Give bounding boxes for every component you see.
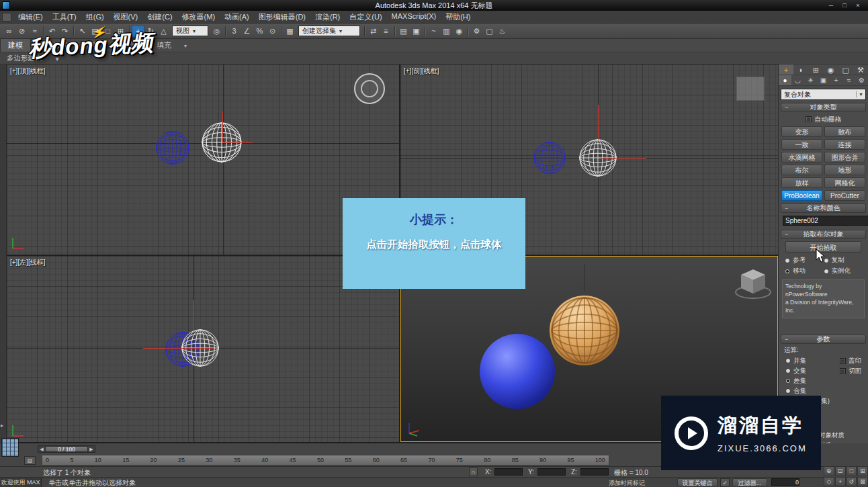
schematic-view-icon[interactable]: ▥ [440, 25, 453, 38]
viewport-front-label[interactable]: [+][前][线框] [404, 67, 439, 76]
sphere-top-ring[interactable] [353, 72, 386, 105]
blue-wireframe-sphere[interactable] [155, 130, 190, 165]
menu-item[interactable]: MAXScript(X) [387, 12, 441, 22]
rectangular-selection-region-icon[interactable]: □ [101, 25, 114, 38]
blue-shaded-sphere[interactable] [480, 334, 555, 409]
zoom-all-icon[interactable]: ⊡ [835, 466, 846, 476]
object-name-field[interactable] [783, 216, 868, 226]
window-mini-icon[interactable]: ▤ [24, 456, 36, 465]
x-coordinate-field[interactable] [494, 468, 523, 476]
menu-item[interactable]: 编辑(E) [13, 12, 48, 22]
select-and-scale-icon[interactable]: △ [157, 25, 170, 38]
helpers-category-icon[interactable]: + [830, 75, 842, 85]
render-setup-icon[interactable]: ⚙ [470, 25, 483, 38]
merge-radio[interactable] [785, 388, 791, 394]
select-object-icon[interactable]: ↖ [76, 25, 89, 38]
object-type-button[interactable]: ProCutter [824, 190, 865, 201]
select-and-move-icon[interactable]: + [132, 25, 144, 38]
cookie-checkbox[interactable] [840, 368, 846, 374]
motion-tab-icon[interactable]: ◉ [824, 64, 838, 75]
menu-item[interactable]: 组(G) [81, 12, 109, 22]
close-icon[interactable]: × [852, 1, 864, 9]
object-type-button[interactable]: 布尔 [781, 165, 822, 175]
parameters-rollout-header[interactable]: − 参数 [781, 335, 866, 344]
object-type-button[interactable]: 图形合并 [824, 152, 865, 163]
curve-editor-icon[interactable]: ~ [427, 25, 440, 38]
menu-item[interactable]: 创建(C) [142, 12, 177, 22]
object-type-button[interactable]: 一致 [781, 139, 822, 150]
minimize-icon[interactable]: ─ [825, 1, 837, 9]
key-filters-button[interactable]: 过滤器... [732, 478, 767, 487]
ribbon-tab-selection[interactable]: 选择 [75, 39, 105, 52]
instance-radio[interactable] [824, 269, 829, 274]
grid-toggle-icon[interactable] [1, 438, 19, 457]
object-type-rollout-header[interactable]: − 对象类型 [781, 103, 866, 112]
geometry-category-icon[interactable]: ● [779, 75, 791, 85]
object-type-button[interactable]: ProBoolean [781, 190, 822, 201]
object-type-button[interactable]: 变形 [781, 126, 822, 137]
systems-category-icon[interactable]: ⚙ [855, 75, 868, 85]
copy-radio[interactable] [824, 258, 829, 263]
z-coordinate-field[interactable] [580, 468, 609, 476]
lights-category-icon[interactable]: ☀ [804, 75, 817, 85]
command-panel-tabs[interactable]: +◗⊞◉▢⚒ [779, 64, 868, 75]
orbit-icon[interactable]: ↺ [847, 477, 857, 487]
ribbon-tab-freeform[interactable]: 自由形式 [31, 39, 75, 52]
intersection-radio[interactable] [785, 368, 791, 373]
autogrid-checkbox[interactable] [806, 116, 812, 122]
manage-layers-icon[interactable]: ▤ [397, 25, 410, 38]
shapes-category-icon[interactable]: ◡ [791, 75, 804, 85]
cameras-category-icon[interactable]: ▣ [817, 75, 830, 85]
render-production-icon[interactable]: ♨ [496, 25, 509, 38]
ribbon-tab-object-paint[interactable]: 对象绘制 [105, 39, 149, 52]
3ds-max-logo-icon[interactable] [2, 1, 10, 9]
viewport-navigation-controls[interactable]: ⊕⊡□⊞◇+↺⊠ [824, 466, 868, 486]
named-selection-sets-dropdown[interactable]: 创建选择集 ▾ [298, 26, 360, 36]
next-frame-icon[interactable]: ▶ [88, 447, 95, 452]
maximize-viewport-toggle-icon[interactable]: ⊠ [857, 477, 868, 487]
angle-snap-toggle-icon[interactable]: ∠ [241, 25, 253, 38]
time-slider[interactable]: ◀ 0 / 100 ▶ [38, 445, 95, 453]
mirror-icon[interactable]: ⇄ [367, 25, 380, 38]
start-picking-button[interactable]: 开始拾取 [785, 241, 861, 253]
ribbon-tab-populate[interactable]: 填充 [149, 39, 179, 52]
edit-named-selection-sets-icon[interactable]: ▦ [284, 25, 296, 38]
menu-item[interactable]: 图形编辑器(D) [254, 12, 310, 22]
reference-coordinate-dropdown[interactable]: 视图 ▾ [172, 26, 208, 36]
use-pivot-point-center-icon[interactable]: ◎ [210, 25, 223, 38]
subtraction-radio[interactable] [785, 378, 791, 384]
create-categories[interactable]: ●◡☀▣+≈⚙ [779, 75, 868, 86]
bind-to-space-warp-icon[interactable]: ≈ [28, 25, 41, 38]
align-icon[interactable]: ≡ [380, 25, 392, 38]
object-type-button[interactable]: 放样 [781, 177, 822, 188]
modify-tab-icon[interactable]: ◗ [793, 64, 808, 75]
redo-icon[interactable]: ↷ [58, 25, 71, 38]
time-slider-handle[interactable]: 0 / 100 [45, 446, 88, 452]
object-type-button[interactable]: 网格化 [824, 177, 865, 188]
viewport-top[interactable]: [+][顶][线框] [7, 64, 399, 255]
maximize-icon[interactable]: □ [838, 1, 851, 9]
reference-radio[interactable] [785, 258, 790, 263]
menu-item[interactable]: 视图(V) [109, 12, 143, 22]
menu-item[interactable]: 渲染(R) [310, 12, 345, 22]
menu-item[interactable]: 修改器(M) [177, 12, 220, 22]
union-radio[interactable] [785, 358, 791, 363]
spinner-snap-toggle-icon[interactable]: ⊙ [266, 25, 279, 38]
add-time-tag[interactable]: 添加时间标记 [609, 479, 645, 487]
unlink-selection-icon[interactable]: ⊘ [15, 25, 28, 38]
polygon-modeling-panel[interactable]: 多边形建模 [0, 54, 49, 63]
graphite-modeling-tools-icon[interactable]: ▣ [410, 25, 423, 38]
rendered-frame-window-icon[interactable]: ▢ [483, 25, 496, 38]
y-coordinate-field[interactable] [537, 468, 566, 476]
select-and-link-icon[interactable]: ∞ [3, 25, 15, 38]
object-type-button[interactable]: 散布 [824, 126, 865, 137]
move-radio[interactable] [785, 269, 790, 274]
ribbon-minimize-icon[interactable]: ▾ [179, 40, 192, 52]
space-warps-category-icon[interactable]: ≈ [842, 75, 855, 85]
object-category-dropdown[interactable]: 复合对象 ▾ [781, 89, 866, 100]
display-tab-icon[interactable]: ▢ [838, 64, 853, 75]
percent-snap-toggle-icon[interactable]: % [253, 25, 266, 38]
viewcube[interactable] [732, 267, 775, 302]
utilities-tab-icon[interactable]: ⚒ [853, 64, 868, 75]
ribbon-tab-modeling[interactable]: 建模 [0, 38, 31, 52]
